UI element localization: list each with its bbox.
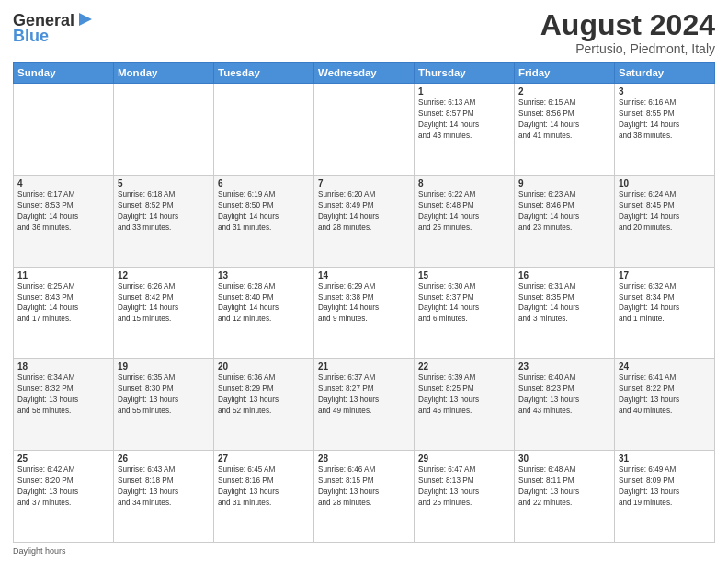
day-info: Sunrise: 6:16 AM Sunset: 8:55 PM Dayligh… xyxy=(619,98,711,142)
day-number: 25 xyxy=(17,454,109,464)
day-of-week-header: Friday xyxy=(515,63,615,84)
calendar-cell: 18Sunrise: 6:34 AM Sunset: 8:32 PM Dayli… xyxy=(14,359,114,451)
header: General Blue August 2024 Pertusio, Piedm… xyxy=(13,9,715,56)
main-title: August 2024 xyxy=(540,9,715,41)
calendar-week-row: 25Sunrise: 6:42 AM Sunset: 8:20 PM Dayli… xyxy=(14,451,715,543)
day-info: Sunrise: 6:30 AM Sunset: 8:37 PM Dayligh… xyxy=(418,282,510,326)
day-info: Sunrise: 6:26 AM Sunset: 8:42 PM Dayligh… xyxy=(118,282,210,326)
day-number: 14 xyxy=(318,270,410,281)
day-number: 28 xyxy=(318,454,410,464)
calendar-cell: 9Sunrise: 6:23 AM Sunset: 8:46 PM Daylig… xyxy=(515,175,615,267)
day-info: Sunrise: 6:13 AM Sunset: 8:57 PM Dayligh… xyxy=(418,98,510,142)
calendar-cell: 24Sunrise: 6:41 AM Sunset: 8:22 PM Dayli… xyxy=(615,359,715,451)
day-number: 1 xyxy=(418,86,510,97)
calendar-cell: 29Sunrise: 6:47 AM Sunset: 8:13 PM Dayli… xyxy=(415,451,515,543)
calendar-cell: 30Sunrise: 6:48 AM Sunset: 8:11 PM Dayli… xyxy=(515,451,615,543)
day-info: Sunrise: 6:25 AM Sunset: 8:43 PM Dayligh… xyxy=(17,282,109,326)
day-info: Sunrise: 6:29 AM Sunset: 8:38 PM Dayligh… xyxy=(318,282,410,326)
day-info: Sunrise: 6:32 AM Sunset: 8:34 PM Dayligh… xyxy=(619,282,711,326)
calendar-cell: 11Sunrise: 6:25 AM Sunset: 8:43 PM Dayli… xyxy=(14,267,114,359)
calendar-cell: 19Sunrise: 6:35 AM Sunset: 8:30 PM Dayli… xyxy=(114,359,214,451)
day-info: Sunrise: 6:20 AM Sunset: 8:49 PM Dayligh… xyxy=(318,190,410,234)
day-of-week-header: Tuesday xyxy=(214,63,314,84)
day-number: 12 xyxy=(118,270,210,281)
calendar-cell: 8Sunrise: 6:22 AM Sunset: 8:48 PM Daylig… xyxy=(415,175,515,267)
calendar-cell: 22Sunrise: 6:39 AM Sunset: 8:25 PM Dayli… xyxy=(415,359,515,451)
day-info: Sunrise: 6:15 AM Sunset: 8:56 PM Dayligh… xyxy=(518,98,610,142)
day-info: Sunrise: 6:37 AM Sunset: 8:27 PM Dayligh… xyxy=(318,373,410,417)
calendar-cell: 14Sunrise: 6:29 AM Sunset: 8:38 PM Dayli… xyxy=(314,267,415,359)
day-info: Sunrise: 6:46 AM Sunset: 8:15 PM Dayligh… xyxy=(318,465,410,509)
subtitle: Pertusio, Piedmont, Italy xyxy=(540,41,715,56)
day-of-week-header: Thursday xyxy=(415,63,515,84)
day-number: 27 xyxy=(218,454,310,464)
day-info: Sunrise: 6:23 AM Sunset: 8:46 PM Dayligh… xyxy=(518,190,610,234)
calendar-table: SundayMondayTuesdayWednesdayThursdayFrid… xyxy=(13,62,715,543)
day-number: 9 xyxy=(518,178,610,189)
calendar-week-row: 1Sunrise: 6:13 AM Sunset: 8:57 PM Daylig… xyxy=(14,84,715,176)
calendar-cell: 4Sunrise: 6:17 AM Sunset: 8:53 PM Daylig… xyxy=(14,175,114,267)
title-area: August 2024 Pertusio, Piedmont, Italy xyxy=(540,9,715,56)
day-of-week-header: Monday xyxy=(114,63,214,84)
calendar-cell: 6Sunrise: 6:19 AM Sunset: 8:50 PM Daylig… xyxy=(214,175,314,267)
day-number: 10 xyxy=(619,178,711,189)
day-number: 29 xyxy=(418,454,510,464)
calendar-week-row: 11Sunrise: 6:25 AM Sunset: 8:43 PM Dayli… xyxy=(14,267,715,359)
day-info: Sunrise: 6:28 AM Sunset: 8:40 PM Dayligh… xyxy=(218,282,310,326)
calendar-cell: 10Sunrise: 6:24 AM Sunset: 8:45 PM Dayli… xyxy=(615,175,715,267)
calendar-week-row: 18Sunrise: 6:34 AM Sunset: 8:32 PM Dayli… xyxy=(14,359,715,451)
calendar-cell: 17Sunrise: 6:32 AM Sunset: 8:34 PM Dayli… xyxy=(615,267,715,359)
day-info: Sunrise: 6:36 AM Sunset: 8:29 PM Dayligh… xyxy=(218,373,310,417)
day-number: 18 xyxy=(17,362,109,372)
day-info: Sunrise: 6:17 AM Sunset: 8:53 PM Dayligh… xyxy=(17,190,109,234)
day-number: 21 xyxy=(318,362,410,372)
calendar-cell: 25Sunrise: 6:42 AM Sunset: 8:20 PM Dayli… xyxy=(14,451,114,543)
calendar-cell: 16Sunrise: 6:31 AM Sunset: 8:35 PM Dayli… xyxy=(515,267,615,359)
calendar-cell xyxy=(14,84,114,176)
day-info: Sunrise: 6:43 AM Sunset: 8:18 PM Dayligh… xyxy=(118,465,210,509)
day-number: 31 xyxy=(619,454,711,464)
day-info: Sunrise: 6:24 AM Sunset: 8:45 PM Dayligh… xyxy=(619,190,711,234)
calendar-cell xyxy=(214,84,314,176)
day-info: Sunrise: 6:18 AM Sunset: 8:52 PM Dayligh… xyxy=(118,190,210,234)
calendar-cell: 3Sunrise: 6:16 AM Sunset: 8:55 PM Daylig… xyxy=(615,84,715,176)
svg-marker-0 xyxy=(79,13,92,26)
page: General Blue August 2024 Pertusio, Piedm… xyxy=(0,0,728,563)
day-info: Sunrise: 6:40 AM Sunset: 8:23 PM Dayligh… xyxy=(518,373,610,417)
day-number: 5 xyxy=(118,178,210,189)
day-info: Sunrise: 6:45 AM Sunset: 8:16 PM Dayligh… xyxy=(218,465,310,509)
calendar-cell xyxy=(114,84,214,176)
day-number: 19 xyxy=(118,362,210,372)
day-number: 3 xyxy=(619,86,711,97)
day-of-week-header: Wednesday xyxy=(314,63,415,84)
calendar-cell: 5Sunrise: 6:18 AM Sunset: 8:52 PM Daylig… xyxy=(114,175,214,267)
day-number: 2 xyxy=(518,86,610,97)
calendar-cell: 21Sunrise: 6:37 AM Sunset: 8:27 PM Dayli… xyxy=(314,359,415,451)
day-info: Sunrise: 6:19 AM Sunset: 8:50 PM Dayligh… xyxy=(218,190,310,234)
day-number: 26 xyxy=(118,454,210,464)
day-info: Sunrise: 6:35 AM Sunset: 8:30 PM Dayligh… xyxy=(118,373,210,417)
day-info: Sunrise: 6:48 AM Sunset: 8:11 PM Dayligh… xyxy=(518,465,610,509)
calendar-week-row: 4Sunrise: 6:17 AM Sunset: 8:53 PM Daylig… xyxy=(14,175,715,267)
calendar-cell: 13Sunrise: 6:28 AM Sunset: 8:40 PM Dayli… xyxy=(214,267,314,359)
calendar-cell: 23Sunrise: 6:40 AM Sunset: 8:23 PM Dayli… xyxy=(515,359,615,451)
calendar-cell: 2Sunrise: 6:15 AM Sunset: 8:56 PM Daylig… xyxy=(515,84,615,176)
calendar-cell: 27Sunrise: 6:45 AM Sunset: 8:16 PM Dayli… xyxy=(214,451,314,543)
day-info: Sunrise: 6:49 AM Sunset: 8:09 PM Dayligh… xyxy=(619,465,711,509)
calendar-cell: 12Sunrise: 6:26 AM Sunset: 8:42 PM Dayli… xyxy=(114,267,214,359)
calendar-cell: 28Sunrise: 6:46 AM Sunset: 8:15 PM Dayli… xyxy=(314,451,415,543)
calendar-cell: 15Sunrise: 6:30 AM Sunset: 8:37 PM Dayli… xyxy=(415,267,515,359)
calendar-header-row: SundayMondayTuesdayWednesdayThursdayFrid… xyxy=(14,63,715,84)
day-number: 16 xyxy=(518,270,610,281)
calendar-cell: 20Sunrise: 6:36 AM Sunset: 8:29 PM Dayli… xyxy=(214,359,314,451)
footer: Daylight hours xyxy=(13,546,715,556)
day-number: 6 xyxy=(218,178,310,189)
day-info: Sunrise: 6:41 AM Sunset: 8:22 PM Dayligh… xyxy=(619,373,711,417)
logo-icon xyxy=(75,9,96,29)
day-of-week-header: Sunday xyxy=(14,63,114,84)
logo-text-blue: Blue xyxy=(13,28,49,44)
day-info: Sunrise: 6:22 AM Sunset: 8:48 PM Dayligh… xyxy=(418,190,510,234)
day-number: 22 xyxy=(418,362,510,372)
day-number: 15 xyxy=(418,270,510,281)
calendar-cell: 1Sunrise: 6:13 AM Sunset: 8:57 PM Daylig… xyxy=(415,84,515,176)
